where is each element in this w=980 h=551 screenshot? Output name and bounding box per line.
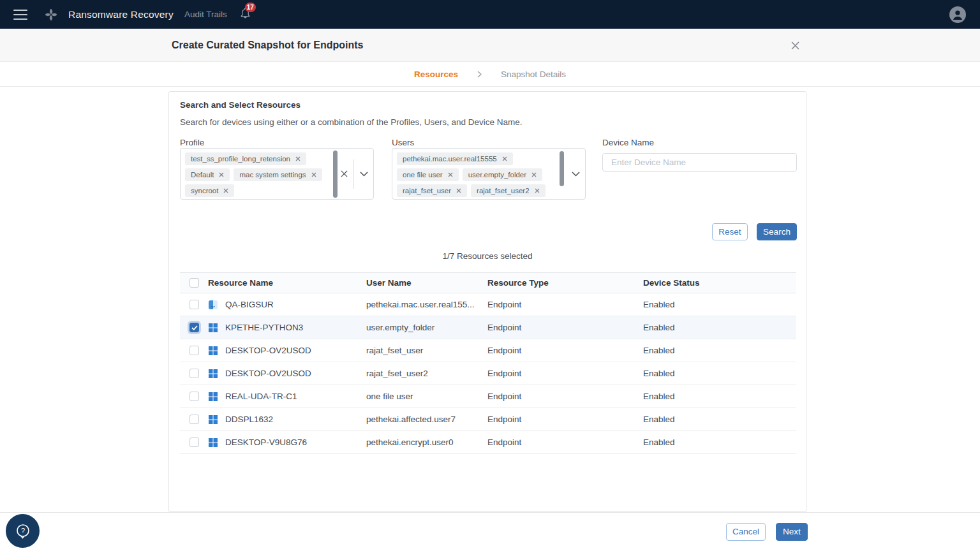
col-resource-type: Resource Type bbox=[487, 278, 643, 288]
windows-os-icon bbox=[208, 392, 218, 402]
chevron-right-icon bbox=[477, 71, 482, 78]
user-chip[interactable]: user.empty_folder bbox=[463, 168, 542, 181]
chip-remove-icon[interactable] bbox=[223, 188, 228, 193]
row-checkbox[interactable] bbox=[189, 437, 199, 447]
device-name-input[interactable] bbox=[602, 153, 797, 172]
chip-remove-icon[interactable] bbox=[311, 172, 316, 177]
table-row[interactable]: DDSPL1632 pethekai.affected.user7 Endpoi… bbox=[180, 408, 796, 431]
check-icon bbox=[191, 325, 198, 330]
user-chip[interactable]: one file user bbox=[397, 168, 459, 181]
resources-table: Resource Name User Name Resource Type De… bbox=[180, 272, 796, 454]
windows-os-icon bbox=[208, 323, 218, 333]
close-icon bbox=[791, 41, 799, 50]
chip-remove-icon[interactable] bbox=[502, 156, 507, 161]
chevron-down-icon bbox=[360, 172, 368, 177]
row-checkbox[interactable] bbox=[189, 369, 199, 378]
svg-text:?: ? bbox=[20, 527, 24, 534]
profile-chip[interactable]: syncroot bbox=[185, 184, 234, 197]
col-user-name: User Name bbox=[366, 278, 487, 288]
top-navbar: Ransomware Recovery Audit Trails 17 bbox=[0, 0, 980, 29]
search-button[interactable]: Search bbox=[757, 223, 797, 240]
person-icon bbox=[949, 6, 966, 23]
step-resources[interactable]: Resources bbox=[414, 70, 458, 79]
resources-card: Search and Select Resources Search for d… bbox=[168, 91, 806, 512]
device-name-label: Device Name bbox=[602, 138, 654, 147]
windows-os-icon bbox=[208, 437, 218, 448]
notifications-button[interactable]: 17 bbox=[239, 7, 251, 22]
users-scrollbar[interactable] bbox=[560, 151, 564, 186]
user-chip[interactable]: pethekai.mac.user.real15555 bbox=[397, 152, 513, 165]
status-value: Enabled bbox=[643, 392, 796, 401]
status-value: Enabled bbox=[643, 300, 796, 309]
users-label: Users bbox=[392, 138, 414, 147]
dialog-header: Create Curated Snapshot for Endpoints bbox=[0, 29, 980, 62]
dialog-title: Create Curated Snapshot for Endpoints bbox=[172, 40, 363, 51]
nav-item-audit-trails[interactable]: Audit Trails bbox=[184, 10, 227, 19]
users-multiselect[interactable]: pethekai.mac.user.real15555 one file use… bbox=[392, 148, 586, 200]
table-row[interactable]: REAL-UDA-TR-C1 one file user Endpoint En… bbox=[180, 385, 796, 408]
selection-summary: 1/7 Resources selected bbox=[169, 251, 806, 261]
mac-os-icon bbox=[208, 300, 218, 310]
row-checkbox[interactable] bbox=[189, 300, 199, 309]
chip-remove-icon[interactable] bbox=[295, 156, 301, 161]
windows-os-icon bbox=[208, 415, 218, 425]
profile-chip[interactable]: mac system settings bbox=[234, 168, 322, 181]
app-logo-icon bbox=[43, 6, 59, 23]
status-value: Enabled bbox=[643, 369, 796, 378]
table-row[interactable]: QA-BIGSUR pethekai.mac.user.real155... E… bbox=[180, 293, 796, 316]
row-checkbox[interactable] bbox=[189, 392, 199, 401]
help-icon: ? bbox=[13, 522, 33, 541]
hamburger-menu-icon[interactable] bbox=[13, 10, 27, 20]
notification-badge: 17 bbox=[245, 3, 256, 12]
chip-remove-icon[interactable] bbox=[448, 172, 453, 177]
status-value: Enabled bbox=[643, 346, 796, 355]
clear-icon bbox=[341, 170, 348, 177]
table-row[interactable]: DESKTOP-OV2USOD rajat_fset_user2 Endpoin… bbox=[180, 362, 796, 385]
user-chip[interactable]: rajat_fset_user2 bbox=[471, 184, 545, 197]
chip-remove-icon[interactable] bbox=[535, 188, 540, 193]
select-all-checkbox[interactable] bbox=[189, 278, 199, 288]
user-avatar[interactable] bbox=[949, 6, 966, 23]
col-resource-name: Resource Name bbox=[208, 278, 366, 288]
status-value: Enabled bbox=[643, 415, 796, 424]
table-row[interactable]: DESKTOP-V9U8G76 pethekai.encrypt.user0 E… bbox=[180, 431, 796, 454]
profile-chip[interactable]: Default bbox=[185, 168, 230, 181]
profile-dropdown-button[interactable] bbox=[354, 149, 373, 199]
reset-button[interactable]: Reset bbox=[712, 223, 748, 240]
help-button[interactable]: ? bbox=[6, 514, 40, 548]
wizard-stepper: Resources Snapshot Details bbox=[0, 62, 980, 87]
app-title: Ransomware Recovery bbox=[68, 9, 174, 20]
cancel-button[interactable]: Cancel bbox=[726, 523, 766, 541]
col-device-status: Device Status bbox=[643, 278, 796, 288]
status-value: Enabled bbox=[643, 437, 796, 447]
section-description: Search for devices using either or a com… bbox=[180, 117, 523, 127]
chip-remove-icon[interactable] bbox=[456, 188, 461, 193]
dialog-body: Search and Select Resources Search for d… bbox=[0, 87, 980, 512]
users-dropdown-button[interactable] bbox=[566, 149, 585, 199]
step-snapshot-details[interactable]: Snapshot Details bbox=[501, 70, 566, 79]
dialog-close-button[interactable] bbox=[786, 29, 804, 62]
profile-clear-button[interactable] bbox=[334, 149, 353, 199]
profile-multiselect[interactable]: test_ss_profile_long_retension Default m… bbox=[180, 148, 374, 200]
table-header-row: Resource Name User Name Resource Type De… bbox=[180, 272, 796, 293]
chevron-down-icon bbox=[572, 172, 580, 177]
user-chip[interactable]: rajat_fset_user bbox=[397, 184, 467, 197]
section-heading: Search and Select Resources bbox=[180, 100, 301, 110]
profile-chip[interactable]: test_ss_profile_long_retension bbox=[185, 152, 306, 165]
chip-remove-icon[interactable] bbox=[219, 172, 224, 177]
table-row[interactable]: DESKTOP-OV2USOD rajat_fset_user Endpoint… bbox=[180, 339, 796, 362]
windows-os-icon bbox=[208, 346, 218, 356]
dialog-footer: Cancel Next bbox=[0, 512, 980, 550]
status-value: Enabled bbox=[643, 323, 796, 332]
row-checkbox[interactable] bbox=[189, 415, 199, 424]
row-checkbox[interactable] bbox=[189, 346, 199, 355]
row-checkbox[interactable] bbox=[189, 323, 199, 332]
chip-remove-icon[interactable] bbox=[531, 172, 537, 177]
windows-os-icon bbox=[208, 369, 218, 379]
table-row[interactable]: KPETHE-PYTHON3 user.empty_folder Endpoin… bbox=[180, 316, 796, 339]
next-button[interactable]: Next bbox=[776, 523, 808, 541]
profile-label: Profile bbox=[180, 138, 204, 147]
